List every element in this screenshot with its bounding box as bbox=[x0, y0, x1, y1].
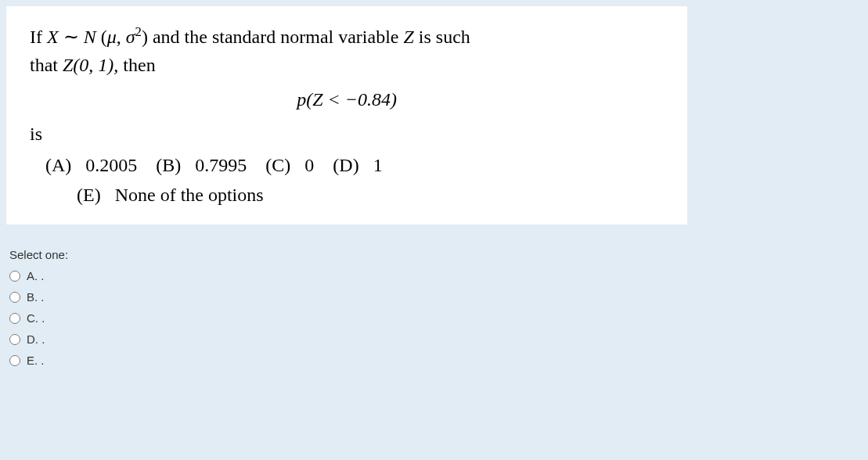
radio-label-c[interactable]: C. . bbox=[27, 311, 45, 325]
answer-line-1: (A) 0.2005 (B) 0.7995 (C) 0 (D) 1 bbox=[45, 151, 664, 179]
text-then: then bbox=[123, 55, 155, 75]
radio-option-b[interactable]: B. . bbox=[9, 290, 862, 304]
dist-n: N bbox=[84, 27, 96, 47]
radio-input-b[interactable] bbox=[9, 292, 20, 303]
radio-input-e[interactable] bbox=[9, 355, 20, 366]
probability-formula: p(Z < −0.84) bbox=[30, 85, 664, 113]
radio-input-d[interactable] bbox=[9, 334, 20, 345]
dist-params: (μ, σ2) bbox=[101, 27, 148, 47]
text-is: is bbox=[30, 120, 664, 148]
select-section: Select one: A. . B. . C. . D. . E. . bbox=[6, 248, 862, 367]
radio-label-d[interactable]: D. . bbox=[27, 332, 45, 346]
radio-input-c[interactable] bbox=[9, 313, 20, 324]
radio-label-b[interactable]: B. . bbox=[27, 290, 45, 304]
text-mid: and the standard normal variable bbox=[153, 27, 404, 47]
opt-b-label: (B) bbox=[156, 155, 181, 175]
answer-line-2: (E) None of the options bbox=[45, 181, 664, 209]
radio-option-e[interactable]: E. . bbox=[9, 354, 862, 367]
opt-e-label: (E) bbox=[77, 185, 101, 205]
text-that: that bbox=[30, 55, 63, 75]
radio-label-e[interactable]: E. . bbox=[27, 354, 45, 367]
question-container: If X ∼ N (μ, σ2) and the standard normal… bbox=[6, 6, 862, 367]
radio-label-a[interactable]: A. . bbox=[27, 269, 45, 282]
var-z: Z bbox=[404, 27, 414, 47]
var-x: X bbox=[47, 27, 59, 47]
radio-input-a[interactable] bbox=[9, 271, 20, 282]
radio-option-a[interactable]: A. . bbox=[9, 269, 862, 282]
opt-a-value: 0.2005 bbox=[85, 155, 137, 175]
select-prompt: Select one: bbox=[9, 248, 862, 261]
z-dist: Z(0, 1), bbox=[63, 55, 118, 75]
opt-d-value: 1 bbox=[373, 155, 383, 175]
opt-a-label: (A) bbox=[45, 155, 71, 175]
opt-c-label: (C) bbox=[265, 155, 290, 175]
opt-c-value: 0 bbox=[304, 155, 314, 175]
question-text-line2: that Z(0, 1), then bbox=[30, 51, 664, 79]
inline-answer-options: (A) 0.2005 (B) 0.7995 (C) 0 (D) 1 (E) No… bbox=[30, 151, 664, 209]
opt-b-value: 0.7995 bbox=[195, 155, 247, 175]
opt-d-label: (D) bbox=[333, 155, 358, 175]
text-post: is such bbox=[419, 27, 470, 47]
question-text-line1: If X ∼ N (μ, σ2) and the standard normal… bbox=[30, 22, 664, 51]
text-if: If bbox=[30, 27, 47, 47]
opt-e-value: None of the options bbox=[115, 185, 264, 205]
tilde: ∼ bbox=[63, 27, 84, 47]
radio-option-d[interactable]: D. . bbox=[9, 332, 862, 346]
radio-option-c[interactable]: C. . bbox=[9, 311, 862, 325]
question-content: If X ∼ N (μ, σ2) and the standard normal… bbox=[6, 6, 687, 225]
